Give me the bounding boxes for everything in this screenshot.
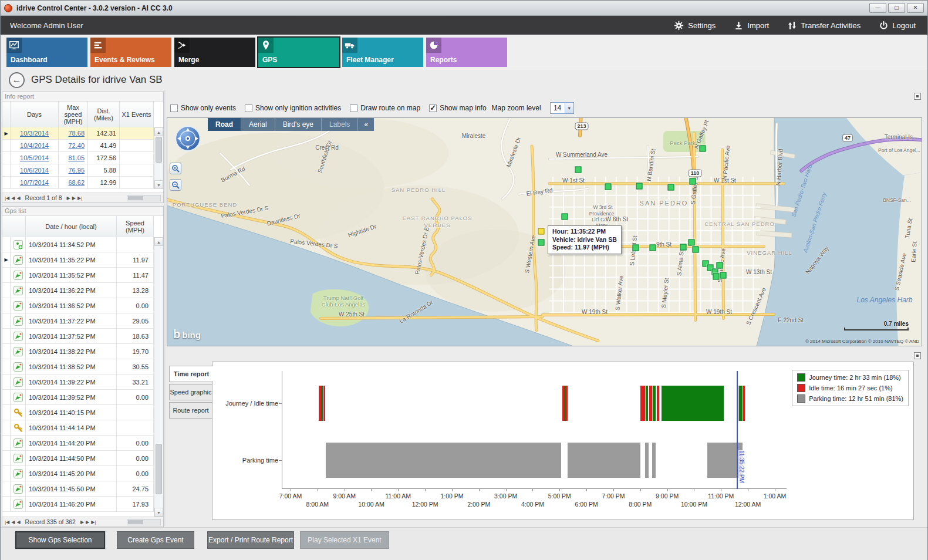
gps-list-row[interactable]: 10/3/2014 11:38:22 PM19.70 [2, 344, 154, 359]
map-compass-icon[interactable] [174, 125, 201, 154]
gps-list-row[interactable]: 10/3/2014 11:39:22 PM33.21 [2, 375, 154, 390]
horizontal-scrollbar[interactable] [127, 519, 161, 525]
gps-datetime-cell[interactable]: 10/3/2014 11:46:20 PM [26, 497, 117, 511]
tab-speed-graphic[interactable]: Speed graphic [169, 384, 212, 400]
tab-route-report[interactable]: Route report [169, 402, 212, 419]
close-button[interactable]: ✕ [907, 3, 924, 13]
gps-list-row[interactable]: 10/3/2014 11:44:14 PM [2, 420, 154, 436]
gps-marker[interactable] [680, 244, 687, 251]
info-days-cell[interactable]: 10/4/2014 [11, 140, 59, 151]
gps-marker[interactable] [690, 178, 696, 185]
gps-datetime-cell[interactable]: 10/3/2014 11:45:20 PM [26, 466, 117, 481]
maximize-button[interactable]: ▢ [888, 3, 905, 13]
bing-map[interactable]: MiralestePeck ParkW Summerland AveCrest … [167, 117, 922, 346]
gps-list-row[interactable]: 10/3/2014 11:44:20 PM0.00 [2, 436, 154, 451]
scroll-up-icon[interactable]: ▲ [154, 237, 163, 246]
nav-prev-icon[interactable]: ◀ [16, 519, 20, 525]
gps-datetime-cell[interactable]: 10/3/2014 11:38:22 PM [26, 344, 117, 359]
scroll-down-icon[interactable]: ▼ [154, 180, 163, 189]
gps-datetime-cell[interactable]: 10/3/2014 11:39:52 PM [26, 390, 117, 404]
gps-marker[interactable] [636, 183, 643, 190]
header-action-transfer-activities[interactable]: Transfer Activities [788, 21, 860, 30]
gps-marker[interactable] [689, 239, 695, 246]
gps-datetime-cell[interactable]: 10/3/2014 11:45:50 PM [26, 481, 117, 496]
nav-tile-events-reviews[interactable]: Events & Reviews [90, 38, 171, 67]
checkbox-box-icon[interactable] [350, 104, 357, 112]
gps-marker[interactable] [633, 245, 639, 251]
gps-list-row[interactable]: 10/3/2014 11:38:52 PM30.55 [2, 359, 154, 375]
back-button[interactable]: ← [9, 72, 25, 88]
create-gps-event-button[interactable]: Create Gps Event [117, 531, 194, 549]
map-style-tab-labels[interactable]: Labels [322, 118, 358, 131]
gps-list-row[interactable]: 10/3/2014 11:44:50 PM0.00 [2, 451, 154, 466]
gps-datetime-cell[interactable]: 10/3/2014 11:44:50 PM [26, 451, 117, 465]
info-days-cell[interactable]: 10/7/2014 [11, 177, 59, 188]
checkbox-draw-route-on-map[interactable]: Draw route on map [350, 104, 420, 112]
zoom-out-icon[interactable] [170, 179, 181, 191]
nav-prev-icon[interactable]: ◀ [16, 195, 20, 201]
info-table-row[interactable]: 10/5/201481.05172.56 [2, 152, 154, 164]
nav-first-icon[interactable]: |◀ [5, 519, 9, 525]
gps-marker[interactable] [538, 239, 545, 246]
nav-next-page-icon[interactable]: ▶ [72, 195, 76, 201]
nav-next-icon[interactable]: ▶ [80, 519, 84, 525]
checkbox-box-icon[interactable] [429, 104, 437, 112]
gps-list-row[interactable]: 10/3/2014 11:36:52 PM0.00 [2, 298, 154, 313]
gps-datetime-cell[interactable]: 10/3/2014 11:35:22 PM [26, 252, 117, 267]
gps-list-row[interactable]: 10/3/2014 11:45:20 PM0.00 [2, 466, 154, 481]
nav-first-icon[interactable]: |◀ [5, 195, 9, 201]
scroll-up-icon[interactable]: ▲ [154, 127, 163, 136]
map-tabs-collapse-icon[interactable]: « [358, 118, 374, 131]
map-style-tab-road[interactable]: Road [208, 118, 241, 131]
gps-list-row[interactable]: 10/3/2014 11:45:50 PM24.75 [2, 481, 154, 497]
gps-marker[interactable] [700, 146, 706, 152]
gps-datetime-cell[interactable]: 10/3/2014 11:44:14 PM [26, 420, 117, 435]
nav-tile-dashboard[interactable]: Dashboard [6, 38, 87, 67]
tab-time-report[interactable]: Time report [169, 366, 213, 382]
scrollbar-thumb[interactable] [156, 137, 162, 163]
gps-marker[interactable] [693, 247, 699, 253]
collapse-panel-icon[interactable] [914, 93, 921, 100]
map-style-tab-bird-s-eye[interactable]: Bird's eye [275, 118, 322, 131]
info-table-row[interactable]: 10/6/201476.955.88 [2, 164, 154, 177]
gps-datetime-cell[interactable]: 10/3/2014 11:39:22 PM [26, 375, 117, 389]
gps-datetime-cell[interactable]: 10/3/2014 11:44:20 PM [26, 436, 117, 450]
gps-list-row[interactable]: 10/3/2014 11:37:52 PM18.63 [2, 329, 154, 344]
info-maxspeed-cell[interactable]: 81.05 [59, 152, 88, 164]
info-maxspeed-cell[interactable]: 68.62 [59, 177, 88, 188]
gps-list-row[interactable]: 10/3/2014 11:46:20 PM17.93 [2, 497, 154, 512]
selected-gps-marker[interactable] [538, 228, 545, 235]
gps-datetime-cell[interactable]: 10/3/2014 11:40:15 PM [26, 405, 117, 420]
nav-last-icon[interactable]: ▶| [91, 519, 96, 525]
collapse-panel-icon[interactable] [914, 352, 921, 359]
map-style-tab-aerial[interactable]: Aerial [241, 118, 275, 131]
scrollbar-thumb[interactable] [156, 444, 162, 494]
gps-list-row[interactable]: 10/3/2014 11:34:52 PM [2, 237, 154, 252]
nav-next-icon[interactable]: ▶ [67, 195, 70, 201]
map-zoom-level-select[interactable]: 14▼ [550, 102, 574, 114]
info-maxspeed-cell[interactable]: 76.95 [59, 164, 88, 176]
gps-list-row[interactable]: 10/3/2014 11:35:52 PM11.47 [2, 268, 154, 283]
gps-marker[interactable] [713, 274, 720, 280]
nav-tile-fleet-manager[interactable]: Fleet Manager [342, 38, 423, 67]
nav-tile-gps[interactable]: GPS [258, 38, 339, 67]
play-selected-x1-event-button[interactable]: Play Selected X1 Event [300, 531, 389, 549]
info-maxspeed-cell[interactable]: 72.40 [59, 140, 88, 151]
info-days-cell[interactable]: 10/5/2014 [11, 152, 59, 164]
checkbox-show-map-info[interactable]: Show map info [429, 104, 486, 112]
gps-datetime-cell[interactable]: 10/3/2014 11:35:52 PM [26, 268, 117, 282]
info-days-cell[interactable]: 10/6/2014 [11, 164, 59, 176]
gps-list-row[interactable]: ▶10/3/2014 11:35:22 PM11.97 [2, 252, 154, 268]
chevron-down-icon[interactable]: ▼ [565, 103, 573, 113]
gps-datetime-cell[interactable]: 10/3/2014 11:37:52 PM [26, 329, 117, 343]
nav-next-page-icon[interactable]: ▶ [86, 519, 89, 525]
zoom-in-icon[interactable] [170, 163, 181, 174]
gps-datetime-cell[interactable]: 10/3/2014 11:38:52 PM [26, 359, 117, 374]
header-action-logout[interactable]: Logout [879, 21, 916, 30]
header-action-import[interactable]: Import [734, 21, 769, 30]
nav-prev-page-icon[interactable]: ◀ [11, 519, 15, 525]
checkbox-box-icon[interactable] [245, 104, 252, 112]
gps-marker[interactable] [575, 167, 582, 173]
checkbox-show-only-ignition-activities[interactable]: Show only ignition activities [245, 104, 341, 112]
scroll-down-icon[interactable]: ▼ [154, 508, 163, 517]
